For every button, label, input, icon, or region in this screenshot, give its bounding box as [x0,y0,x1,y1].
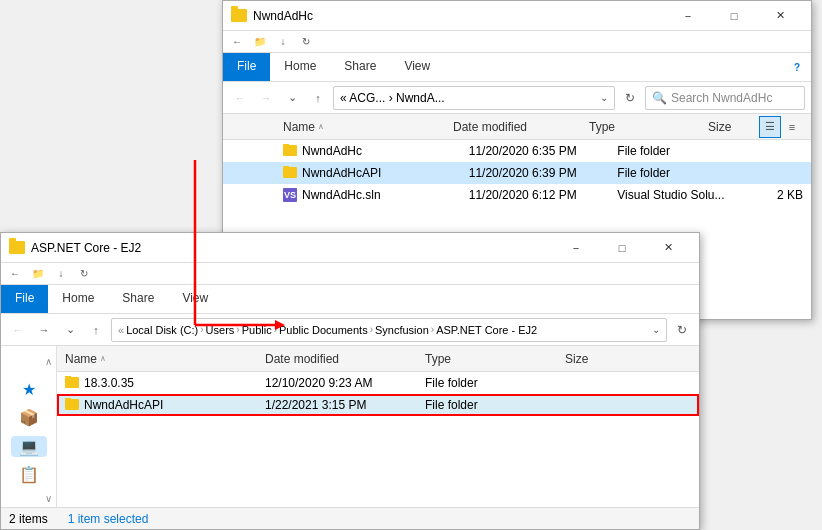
qa-undo-btn[interactable]: ↻ [296,33,316,51]
back-search-icon: 🔍 [652,91,667,105]
front-qa-pin-btn[interactable]: ↓ [51,265,71,283]
front-nav-back[interactable]: ← [7,319,29,341]
front-qa-back-btn[interactable]: ← [5,265,25,283]
front-sep-5: › [431,324,434,335]
front-refresh-btn[interactable]: ↻ [671,319,693,341]
sort-icon: ∧ [318,122,324,131]
back-col-name[interactable]: Name ∧ [283,120,453,134]
back-col-size[interactable]: Size [708,120,759,134]
sort-icon: ∧ [100,354,106,363]
table-row[interactable]: NwndAdHcAPI 1/22/2021 3:15 PM File folde… [57,394,699,416]
maximize-button[interactable]: □ [711,1,757,31]
front-crumb-1: Local Disk (C:) [126,324,198,336]
front-crumb-4: Public Documents [279,324,368,336]
back-nav-up[interactable]: ↑ [307,87,329,109]
back-help-btn[interactable]: ? [787,58,807,76]
back-file-name-0: NwndAdHc [283,144,469,158]
front-tab-view[interactable]: View [168,285,222,313]
front-file-date-1: 1/22/2021 3:15 PM [265,398,425,412]
view-list-btn[interactable]: ≡ [781,116,803,138]
minimize-button[interactable]: − [665,1,711,31]
front-tab-home[interactable]: Home [48,285,108,313]
sidebar-dropbox-icon[interactable]: 📦 [11,408,47,429]
folder-title-icon [231,9,247,22]
sidebar-clipboard-icon[interactable]: 📋 [11,465,47,486]
front-tab-file[interactable]: File [1,285,48,313]
back-file-type-1: File folder [617,166,747,180]
front-nav-forward[interactable]: → [33,319,55,341]
qa-back-btn[interactable]: ← [227,33,247,51]
front-tab-share[interactable]: Share [108,285,168,313]
front-ribbon: File Home Share View [1,285,699,314]
table-row[interactable]: NwndAdHcAPI 11/20/2020 6:39 PM File fold… [223,162,811,184]
front-crumb-6: ASP.NET Core - EJ2 [436,324,537,336]
close-button[interactable]: ✕ [757,1,803,31]
front-status-bar: 2 items 1 item selected [1,507,699,529]
back-window-title: NwndAdHc [253,9,665,23]
qa-pin-btn[interactable]: ↓ [273,33,293,51]
front-address-dropdown[interactable]: ⌄ [652,324,660,335]
back-col-date[interactable]: Date modified [453,120,589,134]
front-address-bar[interactable]: « Local Disk (C:) › Users › Public › Pub… [111,318,667,342]
front-sidebar: ∧ ★ 📦 💻 📋 ∨ [1,346,57,508]
back-file-size-2: 2 KB [747,188,803,202]
front-maximize-button[interactable]: □ [599,233,645,263]
table-row[interactable]: VS NwndAdHc.sln 11/20/2020 6:12 PM Visua… [223,184,811,206]
folder-title-icon [9,241,25,254]
back-col-type[interactable]: Type [589,120,708,134]
sln-icon: VS [283,188,297,202]
back-file-name-1: NwndAdHcAPI [283,166,469,180]
front-ribbon-tabs: File Home Share View [1,285,699,313]
back-tab-share[interactable]: Share [330,53,390,81]
back-file-list: NwndAdHc 11/20/2020 6:35 PM File folder … [223,140,811,206]
front-window: ASP.NET Core - EJ2 − □ ✕ ← 📁 ↓ ↻ File Ho… [0,232,700,530]
back-nav-bar: ← → ⌄ ↑ « ACG... › NwndA... ⌄ ↻ 🔍 Search… [223,82,811,114]
front-nav-up[interactable]: ↑ [85,319,107,341]
front-col-date[interactable]: Date modified [265,352,425,366]
back-tab-file[interactable]: File [223,53,270,81]
back-file-date-2: 11/20/2020 6:12 PM [469,188,618,202]
sidebar-scroll-down[interactable]: ∨ [1,493,56,504]
back-search-placeholder: Search NwndAdHc [671,91,772,105]
back-refresh-btn[interactable]: ↻ [619,87,641,109]
front-col-type[interactable]: Type [425,352,565,366]
view-details-btn[interactable]: ☰ [759,116,781,138]
front-crumb-2: Users [206,324,235,336]
back-search-bar[interactable]: 🔍 Search NwndAdHc [645,86,805,110]
front-selected-count: 1 item selected [68,512,149,526]
back-view-btns: ☰ ≡ [759,116,803,138]
back-address-dropdown[interactable]: ⌄ [600,92,608,103]
front-qa-folder-btn[interactable]: 📁 [28,265,48,283]
table-row[interactable]: 18.3.0.35 12/10/2020 9:23 AM File folder [57,372,699,394]
front-title-bar: ASP.NET Core - EJ2 − □ ✕ [1,233,699,263]
front-qa-undo-btn[interactable]: ↻ [74,265,94,283]
front-minimize-button[interactable]: − [553,233,599,263]
folder-icon [65,377,79,388]
back-nav-back[interactable]: ← [229,87,251,109]
front-col-header: Name ∧ Date modified Type Size [57,346,699,372]
front-sep-4: › [370,324,373,335]
front-file-pane: Name ∧ Date modified Type Size [57,346,699,508]
front-window-icon [9,240,25,256]
qa-folder-btn[interactable]: 📁 [250,33,270,51]
back-quick-bar: ← 📁 ↓ ↻ [223,31,811,53]
back-tab-view[interactable]: View [390,53,444,81]
sidebar-monitor-icon[interactable]: 💻 [11,436,47,457]
back-ribbon: File Home Share View ? [223,53,811,82]
back-nav-dropdown[interactable]: ⌄ [281,87,303,109]
back-title-bar: NwndAdHc − □ ✕ [223,1,811,31]
sidebar-scroll-up[interactable]: ∧ [1,356,56,367]
back-nav-forward[interactable]: → [255,87,277,109]
front-col-size[interactable]: Size [565,352,625,366]
front-nav-dropdown[interactable]: ⌄ [59,319,81,341]
sidebar-star-icon[interactable]: ★ [11,379,47,400]
back-address-bar[interactable]: « ACG... › NwndA... ⌄ [333,86,615,110]
front-col-name[interactable]: Name ∧ [65,352,265,366]
table-row[interactable]: NwndAdHc 11/20/2020 6:35 PM File folder [223,140,811,162]
back-window-icon [231,8,247,24]
front-crumb-3: Public [242,324,272,336]
folder-icon [65,399,79,410]
front-close-button[interactable]: ✕ [645,233,691,263]
back-tab-home[interactable]: Home [270,53,330,81]
front-file-name-0: 18.3.0.35 [65,376,265,390]
